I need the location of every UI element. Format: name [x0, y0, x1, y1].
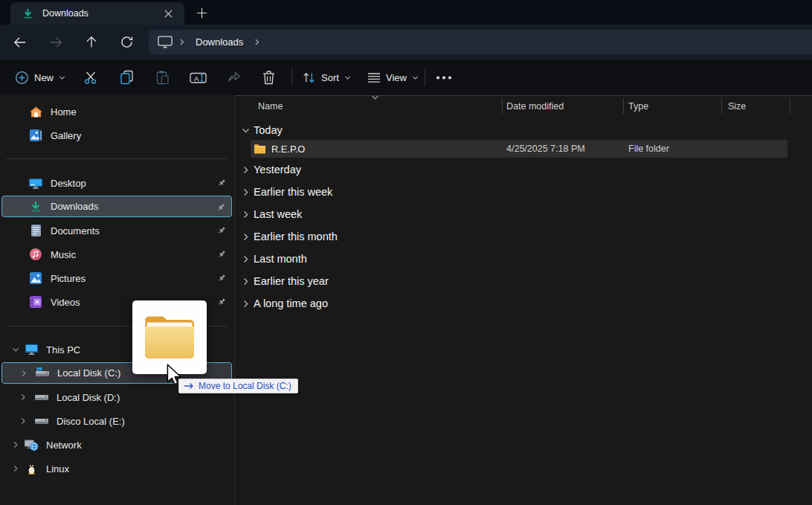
new-button-label: New — [34, 72, 54, 83]
sidebar-item-gallery[interactable]: Gallery — [1, 124, 232, 147]
sidebar-item-linux[interactable]: Linux — [1, 457, 232, 480]
new-button[interactable]: New — [10, 65, 70, 90]
group-header-earlier-this-month[interactable]: Earlier this month — [235, 226, 812, 247]
drive-icon — [34, 392, 49, 403]
sidebar-item-music[interactable]: Music — [1, 243, 232, 266]
breadcrumb-downloads[interactable]: Downloads — [196, 36, 243, 48]
chevron-right-icon[interactable] — [7, 465, 24, 472]
sidebar-item-label: Gallery — [51, 130, 232, 141]
chevron-right-icon[interactable] — [7, 441, 24, 448]
group-header-a-long-time-ago[interactable]: A long time ago — [235, 293, 812, 314]
sidebar-item-disco-local-e[interactable]: Disco Local (E:) — [1, 410, 232, 432]
paste-icon[interactable] — [149, 65, 175, 90]
chevron-right-icon[interactable] — [239, 210, 252, 219]
download-icon — [22, 8, 33, 19]
chevron-down-icon — [412, 74, 419, 81]
group-label: Last month — [254, 253, 307, 265]
forward-icon[interactable] — [45, 32, 65, 52]
group-header-last-week[interactable]: Last week — [235, 204, 812, 225]
tab-downloads[interactable]: Downloads — [10, 2, 184, 25]
new-plus-icon — [15, 71, 29, 85]
group-header-earlier-this-week[interactable]: Earlier this week — [235, 181, 812, 202]
up-icon[interactable] — [81, 32, 101, 52]
sidebar-item-pictures[interactable]: Pictures — [1, 267, 232, 289]
chevron-down-icon[interactable] — [239, 126, 252, 135]
file-explorer-window: Downloads Downloads — [0, 0, 812, 505]
back-icon[interactable] — [10, 32, 30, 52]
sidebar-item-label: Network — [46, 440, 232, 451]
chevron-right-icon[interactable] — [239, 188, 252, 196]
chevron-right-icon[interactable] — [16, 370, 32, 377]
group-header-today[interactable]: Today — [235, 120, 812, 141]
sidebar-item-home[interactable]: Home — [1, 100, 232, 123]
home-icon — [28, 106, 43, 118]
pin-icon — [217, 178, 226, 187]
file-list-pane: Name Date modified Type Size Today R.E.P… — [235, 95, 812, 505]
column-header-size[interactable]: Size — [728, 96, 746, 116]
view-button[interactable]: View — [363, 65, 423, 90]
network-icon — [24, 439, 39, 451]
chevron-right-icon — [178, 39, 185, 45]
chevron-right-icon[interactable] — [239, 233, 252, 241]
sidebar-item-documents[interactable]: Documents — [1, 219, 232, 242]
group-label: Earlier this month — [254, 231, 338, 242]
sidebar-item-network[interactable]: Network — [1, 434, 232, 456]
drive-windows-icon — [35, 367, 50, 379]
delete-icon[interactable] — [256, 65, 281, 90]
sidebar-item-label: Disco Local (E:) — [57, 416, 232, 427]
desktop-icon — [28, 178, 43, 189]
chevron-down-icon[interactable] — [7, 346, 24, 353]
refresh-icon[interactable] — [117, 32, 137, 52]
file-name: R.E.P.O — [271, 144, 305, 155]
column-resize-handle[interactable] — [721, 98, 722, 114]
group-header-yesterday[interactable]: Yesterday — [235, 159, 812, 180]
chevron-right-icon[interactable] — [239, 166, 252, 174]
column-header-type[interactable]: Type — [628, 96, 648, 116]
group-label: Earlier this year — [254, 275, 329, 287]
group-label: A long time ago — [254, 297, 328, 309]
pin-icon — [217, 274, 226, 283]
address-bar[interactable]: Downloads — [149, 30, 812, 54]
titlebar: Downloads — [0, 0, 812, 25]
monitor-icon[interactable] — [158, 36, 173, 48]
documents-icon — [28, 225, 43, 237]
toolbar-divider — [291, 68, 292, 86]
group-header-last-month[interactable]: Last month — [235, 248, 812, 269]
chevron-right-icon[interactable] — [15, 417, 31, 425]
chevron-right-icon[interactable] — [254, 39, 260, 45]
group-label: Yesterday — [254, 164, 301, 176]
group-label: Last week — [254, 208, 302, 220]
view-button-label: View — [386, 72, 407, 83]
cut-icon[interactable] — [78, 65, 103, 90]
drag-tooltip: Move to Local Disk (C:) — [178, 379, 298, 393]
column-resize-handle[interactable] — [623, 98, 624, 114]
chevron-right-icon[interactable] — [239, 277, 252, 286]
chevron-right-icon[interactable] — [239, 300, 252, 308]
group-label: Earlier this week — [254, 186, 332, 198]
sidebar-item-label: Linux — [46, 463, 232, 475]
rename-icon[interactable]: A — [185, 65, 210, 90]
share-icon[interactable] — [221, 65, 246, 90]
sidebar-item-downloads[interactable]: Downloads — [1, 196, 232, 217]
chevron-right-icon[interactable] — [239, 255, 252, 263]
move-arrow-icon — [184, 382, 194, 390]
copy-icon[interactable] — [114, 65, 139, 90]
new-tab-icon[interactable] — [192, 3, 211, 22]
svg-text:A: A — [194, 74, 199, 82]
chevron-right-icon[interactable] — [15, 393, 31, 401]
close-icon[interactable] — [159, 4, 177, 22]
sidebar-item-desktop[interactable]: Desktop — [1, 172, 232, 194]
column-header-name[interactable]: Name — [258, 96, 283, 116]
group-header-earlier-this-year[interactable]: Earlier this year — [235, 271, 812, 292]
folder-icon — [254, 144, 266, 154]
sidebar-item-label: Documents — [51, 225, 232, 237]
column-resize-handle[interactable] — [790, 98, 790, 114]
sidebar-item-label: Desktop — [51, 178, 232, 189]
column-resize-handle[interactable] — [502, 98, 503, 114]
sort-button[interactable]: Sort — [297, 65, 355, 90]
ellipsis-icon[interactable] — [431, 65, 457, 90]
sort-icon — [302, 71, 316, 84]
column-header-date-modified[interactable]: Date modified — [506, 96, 564, 116]
toolbar-divider — [425, 68, 425, 86]
file-date-modified: 4/25/2025 7:18 PM — [506, 144, 585, 154]
